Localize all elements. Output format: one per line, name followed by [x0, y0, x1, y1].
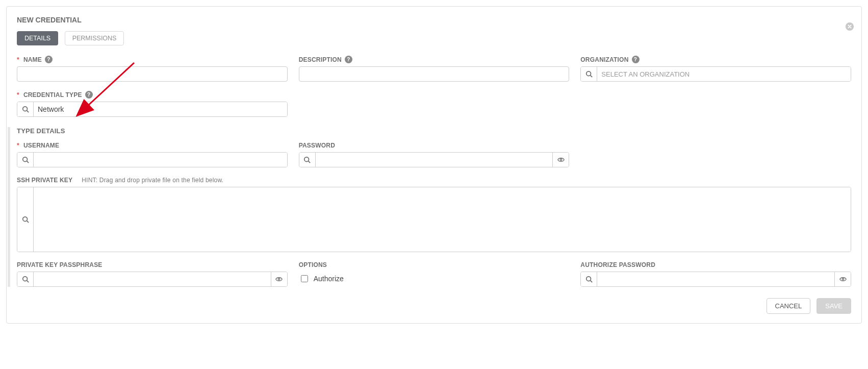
svg-point-9: [560, 159, 562, 161]
authorize-checkbox-row[interactable]: Authorize: [299, 274, 570, 284]
options-group: OPTIONS Authorize: [299, 261, 570, 287]
organization-input[interactable]: [597, 67, 851, 81]
svg-line-13: [27, 281, 29, 283]
search-icon[interactable]: [581, 67, 597, 81]
password-input[interactable]: [316, 153, 553, 167]
required-marker: *: [17, 142, 19, 149]
search-icon[interactable]: [299, 153, 316, 167]
tabs: DETAILS PERMISSIONS: [17, 31, 851, 45]
credential-type-input[interactable]: [34, 102, 287, 116]
options-label: OPTIONS: [299, 261, 327, 268]
svg-point-3: [22, 107, 27, 111]
help-icon[interactable]: ?: [45, 56, 53, 63]
ssh-key-label: SSH PRIVATE KEY: [17, 177, 72, 184]
username-group: * USERNAME: [17, 142, 288, 167]
password-group: PASSWORD: [299, 142, 570, 167]
eye-icon[interactable]: [834, 272, 851, 286]
svg-line-4: [27, 111, 29, 113]
eye-icon[interactable]: [552, 153, 569, 167]
search-icon[interactable]: [17, 272, 34, 286]
type-details-section: TYPE DETAILS * USERNAME PASSWORD: [8, 127, 851, 287]
ssh-key-textarea[interactable]: [34, 187, 851, 252]
auth-password-input[interactable]: [597, 272, 834, 286]
description-group: DESCRIPTION ?: [299, 56, 570, 82]
svg-line-8: [309, 161, 311, 163]
eye-icon[interactable]: [271, 272, 287, 286]
passphrase-input[interactable]: [34, 272, 271, 286]
passphrase-group: PRIVATE KEY PASSPHRASE: [17, 261, 288, 287]
svg-point-17: [842, 278, 844, 280]
ssh-key-group: SSH PRIVATE KEY HINT: Drag and drop priv…: [17, 177, 851, 252]
credential-type-group: * CREDENTIAL TYPE ?: [17, 91, 288, 117]
svg-line-2: [590, 76, 592, 78]
svg-line-11: [27, 221, 29, 223]
type-details-title: TYPE DETAILS: [17, 127, 851, 135]
help-icon[interactable]: ?: [632, 56, 640, 63]
tab-permissions[interactable]: PERMISSIONS: [65, 31, 124, 45]
search-icon[interactable]: [581, 272, 597, 286]
name-input[interactable]: [17, 66, 288, 82]
username-label: USERNAME: [23, 142, 59, 149]
svg-point-7: [304, 157, 309, 162]
name-label: NAME: [23, 56, 42, 63]
username-input[interactable]: [34, 153, 287, 167]
credential-type-label: CREDENTIAL TYPE: [23, 91, 82, 99]
panel-title: NEW CREDENTIAL: [17, 16, 851, 24]
search-icon[interactable]: [17, 102, 34, 116]
organization-label: ORGANIZATION: [580, 56, 628, 63]
save-button[interactable]: SAVE: [816, 298, 851, 314]
new-credential-panel: NEW CREDENTIAL DETAILS PERMISSIONS * NAM…: [6, 6, 862, 324]
required-marker: *: [17, 91, 19, 99]
required-marker: *: [17, 56, 19, 63]
svg-point-10: [22, 217, 27, 222]
help-icon[interactable]: ?: [345, 56, 352, 63]
search-icon[interactable]: [17, 153, 34, 167]
svg-point-15: [586, 277, 591, 281]
passphrase-label: PRIVATE KEY PASSPHRASE: [17, 261, 103, 268]
password-label: PASSWORD: [299, 142, 335, 149]
svg-point-1: [586, 71, 591, 76]
footer: CANCEL SAVE: [17, 298, 851, 314]
tab-details[interactable]: DETAILS: [17, 31, 58, 45]
authorize-checkbox[interactable]: [301, 275, 308, 282]
svg-line-16: [590, 281, 592, 283]
authorize-label: Authorize: [314, 275, 344, 283]
close-icon[interactable]: [845, 22, 854, 31]
auth-password-group: AUTHORIZE PASSWORD: [580, 261, 851, 287]
ssh-key-hint: HINT: Drag and drop private file on the …: [82, 177, 223, 184]
svg-point-14: [278, 278, 280, 280]
description-label: DESCRIPTION: [299, 56, 342, 63]
description-input[interactable]: [299, 66, 570, 82]
search-icon[interactable]: [17, 187, 34, 252]
help-icon[interactable]: ?: [85, 91, 93, 99]
organization-group: ORGANIZATION ?: [580, 56, 851, 82]
name-group: * NAME ?: [17, 56, 288, 82]
svg-line-6: [27, 161, 29, 163]
svg-point-12: [22, 277, 27, 281]
svg-point-5: [22, 157, 27, 162]
auth-password-label: AUTHORIZE PASSWORD: [580, 261, 655, 268]
cancel-button[interactable]: CANCEL: [767, 298, 811, 314]
